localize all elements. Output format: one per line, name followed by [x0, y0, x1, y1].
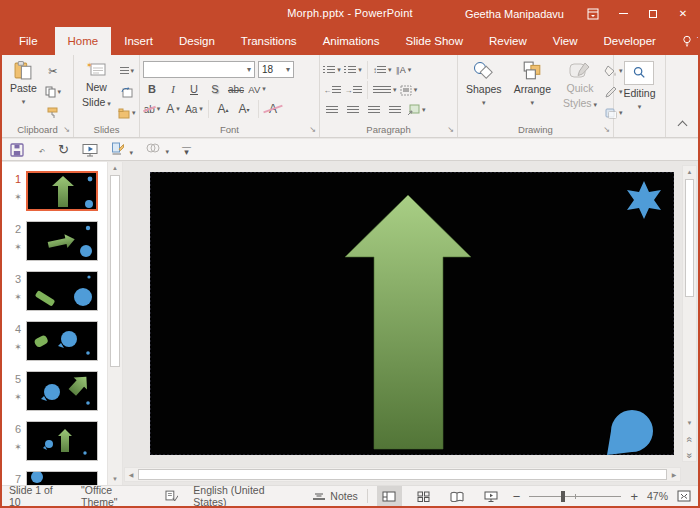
decrease-indent-icon[interactable]: ← — [323, 81, 341, 99]
thumbnail-scrollbar[interactable]: ▲ ▼ — [107, 162, 123, 485]
zoom-level[interactable]: 47% — [647, 490, 668, 502]
tab-insert[interactable]: Insert — [111, 27, 166, 55]
slide-thumbnail-4[interactable]: 4✶ — [10, 321, 98, 361]
tab-developer[interactable]: Developer — [591, 27, 669, 55]
scroll-down-icon[interactable]: ▼ — [683, 417, 696, 429]
character-spacing-button[interactable]: AV — [248, 80, 266, 98]
tab-home[interactable]: Home — [55, 27, 112, 55]
format-painter-icon[interactable] — [44, 104, 62, 122]
shapes-dropdown[interactable] — [482, 98, 486, 108]
new-slide-button[interactable]: ✶ New Slide — [77, 58, 116, 122]
slide-layout-icon[interactable] — [118, 62, 136, 80]
arrange-button[interactable]: Arrange — [509, 58, 556, 122]
undo-button[interactable] — [37, 142, 45, 157]
merge-shapes-icon[interactable] — [146, 142, 169, 157]
theme-name[interactable]: "Office Theme" — [81, 484, 150, 508]
convert-to-smartart-icon[interactable] — [407, 101, 426, 119]
quick-styles-dropdown[interactable]: Styles — [563, 97, 597, 110]
line-spacing-icon[interactable]: ↕ — [373, 61, 392, 79]
shapes-button[interactable]: Shapes — [461, 58, 507, 122]
start-from-beginning-icon[interactable] — [82, 143, 98, 157]
scroll-right-icon[interactable]: ▶ — [668, 469, 680, 481]
slide-thumbnail-2[interactable]: 2✶ — [10, 221, 98, 261]
font-name-combobox[interactable]: ▾ — [143, 61, 255, 78]
spell-check-icon[interactable] — [165, 490, 179, 502]
maximize-button[interactable] — [638, 0, 668, 27]
font-color-button[interactable]: A — [164, 100, 182, 118]
thumbnail-scrollbar-thumb[interactable] — [110, 175, 120, 367]
align-left-icon[interactable] — [323, 101, 341, 119]
align-center-icon[interactable] — [344, 101, 362, 119]
zoom-slider-thumb[interactable] — [561, 491, 565, 502]
paste-dropdown[interactable] — [22, 97, 26, 107]
zoom-out-button[interactable]: − — [513, 489, 521, 504]
redo-button[interactable] — [58, 142, 69, 157]
drawing-dialog-launcher[interactable] — [603, 126, 610, 134]
tab-animations[interactable]: Animations — [310, 27, 393, 55]
section-icon[interactable] — [118, 104, 136, 122]
normal-view-button[interactable] — [377, 486, 402, 506]
reset-slide-icon[interactable] — [118, 83, 136, 101]
scroll-left-icon[interactable]: ◀ — [125, 469, 137, 481]
bullets-icon[interactable] — [323, 61, 341, 79]
bold-button[interactable]: B — [143, 80, 161, 98]
strikethrough-button[interactable]: abc — [227, 80, 245, 98]
close-button[interactable] — [668, 0, 698, 27]
zoom-in-button[interactable]: + — [630, 489, 638, 504]
paragraph-dialog-launcher[interactable] — [447, 126, 454, 134]
collapse-ribbon-icon[interactable] — [678, 121, 688, 131]
change-case-button[interactable]: Aa — [185, 100, 203, 118]
increase-indent-icon[interactable]: → — [344, 81, 362, 99]
paste-button[interactable]: Paste — [5, 58, 42, 122]
quick-styles-button[interactable]: Quick Styles — [558, 58, 602, 122]
horizontal-scrollbar-thumb[interactable] — [138, 469, 667, 480]
reading-view-button[interactable] — [445, 486, 470, 506]
text-shadow-button[interactable]: S — [206, 80, 224, 98]
minimize-button[interactable] — [608, 0, 638, 27]
text-direction-icon[interactable]: ∥A — [395, 61, 413, 79]
align-text-icon[interactable] — [400, 81, 418, 99]
horizontal-scrollbar[interactable]: ◀ ▶ — [124, 467, 681, 482]
tab-transitions[interactable]: Transitions — [228, 27, 310, 55]
font-dialog-launcher[interactable] — [309, 126, 316, 134]
text-highlight-button[interactable]: ab — [143, 100, 161, 118]
previous-slide-button[interactable]: « — [683, 433, 696, 445]
slide-thumbnail-1[interactable]: 1✶ — [10, 171, 98, 211]
decrease-font-size-button[interactable]: A▾ — [235, 100, 253, 118]
tab-design[interactable]: Design — [166, 27, 228, 55]
slide-sorter-view-button[interactable] — [411, 486, 436, 506]
scroll-up-icon[interactable]: ▲ — [108, 162, 122, 174]
increase-font-size-button[interactable]: A▴ — [214, 100, 232, 118]
notes-button[interactable]: Notes — [313, 490, 357, 502]
columns-icon[interactable] — [373, 81, 397, 99]
ribbon-display-options-icon[interactable] — [578, 0, 608, 27]
vertical-scrollbar-thumb[interactable] — [685, 179, 694, 297]
editing-dropdown[interactable] — [638, 102, 642, 112]
tell-me-box[interactable]: Tell me — [669, 27, 700, 55]
new-slide-dropdown[interactable]: Slide — [82, 96, 111, 109]
slide-thumbnail-5[interactable]: 5✶ — [10, 371, 98, 411]
pen-flag-icon[interactable] — [111, 142, 133, 158]
tab-review[interactable]: Review — [476, 27, 540, 55]
slide-thumbnail-6[interactable]: 6✶ — [10, 421, 98, 461]
slide-indicator[interactable]: Slide 1 of 10 — [9, 484, 66, 508]
tab-slide-show[interactable]: Slide Show — [393, 27, 477, 55]
slide-show-button[interactable] — [479, 486, 504, 506]
copy-icon[interactable] — [44, 83, 62, 101]
italic-button[interactable]: I — [164, 80, 182, 98]
cut-icon[interactable]: ✂ — [44, 62, 62, 80]
language-indicator[interactable]: English (United States) — [193, 484, 298, 508]
current-slide[interactable] — [150, 172, 674, 455]
next-slide-button[interactable]: » — [683, 449, 696, 461]
tab-file[interactable]: File — [2, 27, 55, 55]
save-icon[interactable] — [10, 143, 24, 157]
clear-formatting-button[interactable]: A — [264, 100, 282, 118]
numbering-icon[interactable] — [344, 61, 362, 79]
slide-thumbnail-3[interactable]: 3✶ — [10, 271, 98, 311]
scroll-up-icon[interactable]: ▲ — [683, 166, 696, 178]
clipboard-dialog-launcher[interactable] — [63, 126, 70, 134]
vertical-scrollbar[interactable]: ▲ ▼ « » — [682, 165, 697, 462]
customize-qat-icon[interactable]: —▾ — [182, 145, 191, 154]
editing-button[interactable]: Editing — [618, 58, 660, 122]
tab-view[interactable]: View — [540, 27, 591, 55]
